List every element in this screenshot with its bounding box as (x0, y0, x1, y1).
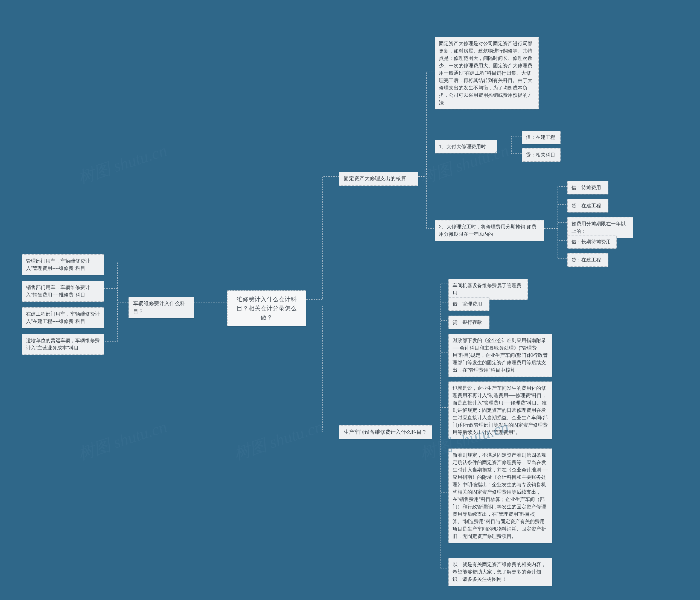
rb1-c1-leaf0-text: 借：在建工程 (526, 134, 555, 140)
rb1-c1-leaf0[interactable]: 借：在建工程 (522, 131, 560, 144)
rb1-child1-label: 1、支付大修理费用时 (439, 144, 486, 149)
rb2-leaf1[interactable]: 借：管理费用 (448, 297, 490, 311)
rb1-c2-leaf3[interactable]: 借：长期待摊费用 (567, 235, 617, 249)
rb2-leaf2[interactable]: 贷：银行存款 (448, 316, 490, 329)
rb2-leaf5[interactable]: 新准则规定，不满足固定资产准则第四条规定确认条件的固定资产修理费等，应当在发生时… (448, 449, 552, 543)
rb1-c1-leaf1-text: 贷：相关科目 (526, 152, 555, 157)
rb2-leaf6-text: 以上就是有关固定资产维修费的相关内容，希望能够帮助大家，想了解更多的会计知识，请… (453, 562, 546, 582)
root-node[interactable]: 维修费计入什么会计科目？相关会计分录怎么做？ (227, 291, 306, 326)
rb1-child2[interactable]: 2、大修理完工时，将修理费用分期摊销 如费用分摊期限在一年以内的 (435, 220, 544, 241)
left-branch-label: 车辆维修费计入什么科目？ (133, 301, 185, 314)
rb1-c2-leaf3-text: 借：长期待摊费用 (572, 239, 611, 245)
rb2-leaf1-text: 借：管理费用 (453, 301, 482, 306)
right-branch2-label: 生产车间设备维修费计入什么科目？ (344, 429, 427, 435)
right-branch1-label: 固定资产大修理支出的核算 (344, 176, 406, 181)
left-leaf-0[interactable]: 管理部门用车，车辆维修费计入"管理费用----维修费"科目 (22, 254, 104, 275)
left-leaf-2[interactable]: 在建工程部门用车，车辆维修费计入"在建工程----维修费"科目 (22, 307, 104, 328)
rb2-leaf6[interactable]: 以上就是有关固定资产维修费的相关内容，希望能够帮助大家，想了解更多的会计知识，请… (448, 558, 552, 586)
rb1-c1-leaf1[interactable]: 贷：相关科目 (522, 148, 560, 161)
rb1-c2-leaf1[interactable]: 贷：在建工程 (567, 199, 608, 212)
rb2-leaf4-text: 也就是说，企业生产车间发生的费用化的修理费用不再计入"制造费用──修理费"科目，… (453, 385, 548, 435)
rb1-c2-leaf4-text: 贷：在建工程 (572, 257, 601, 262)
rb2-leaf3[interactable]: 财政部下发的《企业会计准则应用指南附录──会计科目和主要账务处理》("管理费用"… (448, 334, 552, 377)
rb2-leaf0-text: 车间机器设备维修费属于管理费用 (453, 283, 521, 296)
rb1-c2-leaf1-text: 贷：在建工程 (572, 203, 601, 208)
rb1-c2-leaf4[interactable]: 贷：在建工程 (567, 253, 608, 267)
rb2-leaf4[interactable]: 也就是说，企业生产车间发生的费用化的修理费用不再计入"制造费用──修理费"科目，… (448, 381, 552, 439)
rb1-child2-label: 2、大修理完工时，将修理费用分期摊销 如费用分摊期限在一年以内的 (439, 224, 536, 237)
rb1-child0[interactable]: 固定资产大修理是对公司固定资产进行局部更新，如对房屋、建筑物进行翻修等。其特点是… (435, 37, 539, 109)
left-leaf-3[interactable]: 运输单位的营运车辆，车辆维修费计入"主营业务成本"科目 (22, 334, 104, 355)
right-branch-workshop[interactable]: 生产车间设备维修费计入什么科目？ (339, 425, 432, 439)
rb1-c2-leaf0[interactable]: 借：待摊费用 (567, 181, 608, 195)
rb2-leaf0[interactable]: 车间机器设备维修费属于管理费用 (448, 279, 528, 300)
watermark: 树图 shutu.cn (75, 416, 170, 465)
rb1-child0-text: 固定资产大修理是对公司固定资产进行局部更新，如对房屋、建筑物进行翻修等。其特点是… (439, 41, 532, 105)
rb1-c2-leaf0-text: 借：待摊费用 (572, 185, 601, 190)
left-branch-vehicle[interactable]: 车辆维修费计入什么科目？ (128, 297, 194, 318)
rb2-leaf2-text: 贷：银行存款 (453, 319, 482, 325)
left-leaf-1[interactable]: 销售部门用车，车辆维修费计入"销售费用----维修费"科目 (22, 281, 104, 302)
watermark: 树图 shutu.cn (75, 140, 170, 189)
watermark: 树图 shutu.cn (231, 416, 326, 465)
rb2-leaf3-text: 财政部下发的《企业会计准则应用指南附录──会计科目和主要账务处理》("管理费用"… (453, 338, 548, 373)
rb2-leaf5-text: 新准则规定，不满足固定资产准则第四条规定确认条件的固定资产修理费等，应当在发生时… (453, 452, 548, 539)
left-leaf-3-text: 运输单位的营运车辆，车辆维修费计入"主营业务成本"科目 (26, 338, 100, 351)
rb1-c2-leaf2-text: 如费用分摊期限在一年以上的： (572, 221, 626, 234)
left-leaf-0-text: 管理部门用车，车辆维修费计入"管理费用----维修费"科目 (26, 258, 90, 271)
root-label: 维修费计入什么会计科目？相关会计分录怎么做？ (236, 296, 297, 321)
right-branch-major-repair[interactable]: 固定资产大修理支出的核算 (339, 172, 418, 186)
rb1-c2-leaf2[interactable]: 如费用分摊期限在一年以上的： (567, 217, 633, 238)
rb1-child1[interactable]: 1、支付大修理费用时 (435, 140, 497, 153)
left-leaf-2-text: 在建工程部门用车，车辆维修费计入"在建工程----维修费"科目 (26, 311, 100, 324)
connector-lines (0, 0, 700, 600)
left-leaf-1-text: 销售部门用车，车辆维修费计入"销售费用----维修费"科目 (26, 285, 90, 298)
